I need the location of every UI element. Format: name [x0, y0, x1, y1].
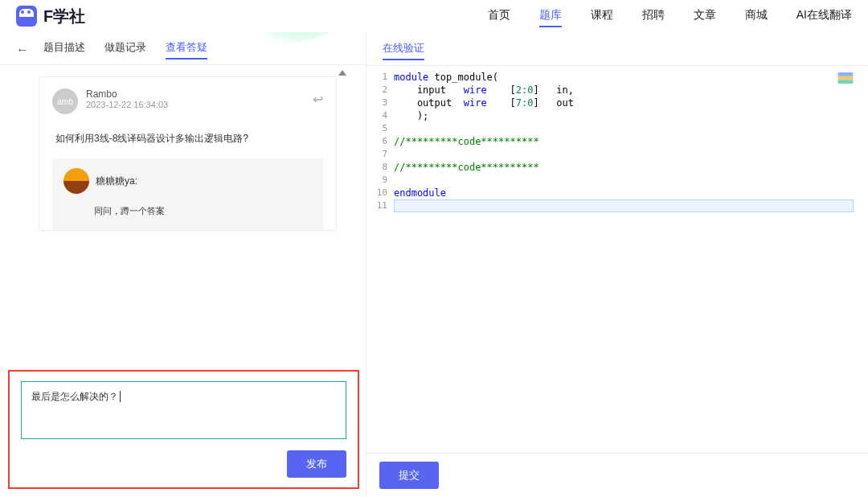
line-number: 11 — [366, 199, 394, 212]
code-line: 10endmodule — [366, 187, 860, 199]
sub-tab[interactable]: 题目描述 — [43, 40, 85, 60]
code-line: 5 — [366, 122, 860, 135]
line-number: 6 — [366, 135, 394, 148]
reply-icon[interactable]: ↩ — [313, 92, 323, 107]
code-line: 11 — [366, 199, 860, 212]
main-nav: 首页题库课程招聘文章商城AI在线翻译 — [488, 5, 852, 27]
left-sub-tabs: 题目描述做题记录查看答疑 — [43, 40, 207, 60]
sub-tab[interactable]: 做题记录 — [104, 40, 146, 60]
scroll-up-caret-icon — [338, 70, 346, 76]
qa-thread-scroll[interactable]: amb Rambo 2023-12-22 16:34:03 ↩ 如何利用3线-8… — [0, 65, 366, 367]
compose-area-highlight: 最后是怎么解决的？ 发布 — [8, 370, 359, 489]
line-number: 2 — [366, 84, 394, 97]
submit-button[interactable]: 提交 — [379, 462, 439, 489]
avatar — [63, 168, 89, 194]
line-content — [394, 174, 860, 187]
nav-item[interactable]: 文章 — [694, 5, 716, 27]
line-content: module top_module( — [394, 71, 860, 84]
svg-rect-2 — [838, 80, 854, 84]
top-header: F学社 首页题库课程招聘文章商城AI在线翻译 — [0, 0, 868, 32]
line-number: 5 — [366, 122, 394, 135]
line-number: 1 — [366, 71, 394, 84]
post-author: Rambo — [86, 88, 168, 100]
line-number: 7 — [366, 148, 394, 161]
publish-button[interactable]: 发布 — [287, 450, 346, 478]
left-panel: ← 题目描述做题记录查看答疑 amb Rambo 2023-12-22 16:3… — [0, 32, 366, 497]
logo-area[interactable]: F学社 — [16, 6, 85, 27]
code-editor[interactable]: 1module top_module(2 input wire [2:0] in… — [366, 66, 868, 453]
svg-rect-1 — [838, 76, 854, 80]
logo-text: F学社 — [43, 6, 85, 27]
code-line: 9 — [366, 174, 860, 187]
post-body: 如何利用3线-8线译码器设计多输出逻辑电路? — [52, 114, 323, 158]
avatar: amb — [52, 88, 78, 114]
line-content: ); — [394, 109, 860, 122]
compose-actions: 发布 — [21, 450, 346, 478]
sub-tab[interactable]: 查看答疑 — [166, 40, 207, 60]
line-content — [394, 122, 860, 135]
code-line: 8//*********code********** — [366, 161, 860, 174]
post-time: 2023-12-22 16:34:03 — [86, 100, 168, 109]
nav-item[interactable]: 课程 — [591, 5, 613, 27]
back-arrow-icon[interactable]: ← — [16, 43, 29, 57]
submit-bar: 提交 — [366, 453, 868, 497]
right-header: 在线验证 — [366, 32, 868, 66]
reply-card: 糖糖糖ya: 同问，蹲一个答案 — [52, 158, 323, 230]
right-panel: 在线验证 1module top_module(2 input wire [2:… — [366, 32, 868, 497]
line-content: //*********code********** — [394, 135, 860, 148]
compose-text: 最后是怎么解决的？ — [31, 391, 118, 402]
nav-item[interactable]: 首页 — [488, 5, 510, 27]
nav-item[interactable]: 商城 — [745, 5, 768, 27]
qa-post-card: amb Rambo 2023-12-22 16:34:03 ↩ 如何利用3线-8… — [39, 76, 337, 231]
compose-input[interactable]: 最后是怎么解决的？ — [21, 381, 346, 439]
line-content: //*********code********** — [394, 161, 860, 174]
line-content: input wire [2:0] in, — [394, 84, 860, 97]
line-content — [394, 199, 854, 212]
code-line: 3 output wire [7:0] out — [366, 97, 860, 109]
nav-item[interactable]: AI在线翻译 — [796, 5, 852, 27]
left-sub-header: ← 题目描述做题记录查看答疑 — [0, 32, 366, 65]
nav-item[interactable]: 题库 — [539, 5, 562, 27]
svg-rect-0 — [838, 72, 854, 76]
main-content: ← 题目描述做题记录查看答疑 amb Rambo 2023-12-22 16:3… — [0, 32, 868, 497]
line-number: 8 — [366, 161, 394, 174]
code-line: 7 — [366, 148, 860, 161]
line-number: 10 — [366, 187, 394, 199]
post-header: amb Rambo 2023-12-22 16:34:03 ↩ — [52, 88, 323, 114]
nav-item[interactable]: 招聘 — [642, 5, 665, 27]
tab-online-verify[interactable]: 在线验证 — [383, 41, 424, 60]
line-number: 3 — [366, 97, 394, 109]
line-number: 4 — [366, 109, 394, 122]
code-line: 1module top_module( — [366, 71, 860, 84]
text-cursor — [120, 391, 121, 402]
logo-icon — [16, 6, 37, 27]
reply-author: 糖糖糖ya: — [96, 175, 137, 188]
line-content: endmodule — [394, 187, 860, 199]
line-content: output wire [7:0] out — [394, 97, 860, 109]
code-line: 4 ); — [366, 109, 860, 122]
code-line: 6//*********code********** — [366, 135, 860, 148]
code-lines: 1module top_module(2 input wire [2:0] in… — [366, 71, 860, 212]
code-line: 2 input wire [2:0] in, — [366, 84, 860, 97]
reply-header: 糖糖糖ya: — [63, 168, 312, 194]
code-lang-badge-icon — [837, 72, 854, 84]
line-content — [394, 148, 860, 161]
post-meta: Rambo 2023-12-22 16:34:03 — [86, 88, 168, 109]
line-number: 9 — [366, 174, 394, 187]
reply-body: 同问，蹲一个答案 — [63, 194, 312, 217]
